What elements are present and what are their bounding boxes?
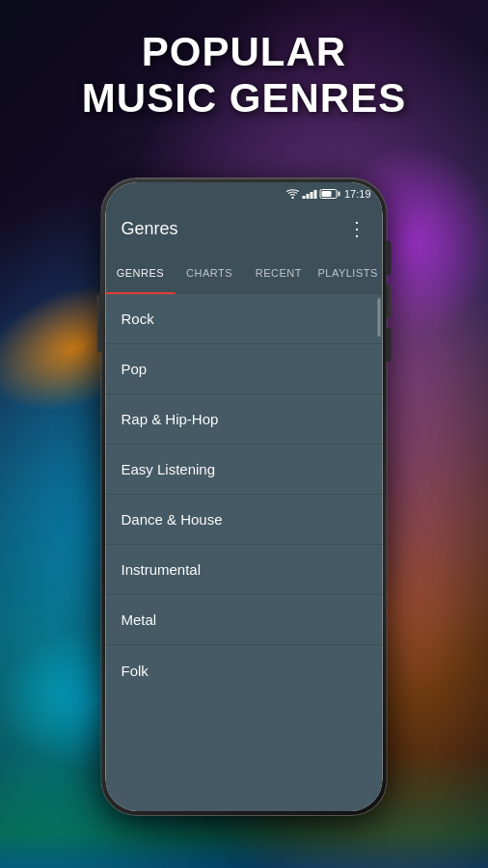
headline-line2: MUSIC GENRES	[0, 75, 488, 122]
tab-genres[interactable]: GENRES	[106, 252, 176, 294]
wifi-icon	[286, 189, 300, 199]
tab-charts[interactable]: CHARTS	[175, 252, 244, 294]
genre-item-easy-listening[interactable]: Easy Listening	[106, 445, 383, 495]
battery-icon	[320, 189, 338, 199]
headline-line1: POPULAR	[0, 29, 488, 75]
genre-item-metal[interactable]: Metal	[106, 595, 383, 645]
scroll-indicator	[378, 298, 381, 337]
tab-recent[interactable]: RECENT	[244, 252, 313, 294]
more-menu-button[interactable]: ⋮	[347, 217, 367, 240]
app-header: Genres ⋮	[106, 205, 383, 252]
signal-icon	[303, 189, 317, 199]
tab-bar: GENRES CHARTS RECENT PLAYLISTS	[106, 252, 383, 294]
genre-list: Rock Pop Rap & Hip-Hop Easy Listening Da…	[106, 294, 383, 811]
status-bar: 17:19	[106, 182, 383, 205]
genre-item-dance-house[interactable]: Dance & House	[106, 495, 383, 545]
phone-screen: 17:19 Genres ⋮ GENRES CHARTS	[106, 182, 383, 811]
tab-playlists[interactable]: PLAYLISTS	[313, 252, 383, 294]
app-content: Genres ⋮ GENRES CHARTS RECENT PLAYLIS	[106, 205, 383, 811]
headline: POPULAR MUSIC GENRES	[0, 29, 488, 122]
genre-item-pop[interactable]: Pop	[106, 344, 383, 394]
genre-item-rap[interactable]: Rap & Hip-Hop	[106, 394, 383, 445]
battery-fill	[322, 191, 332, 197]
phone-outer: 17:19 Genres ⋮ GENRES CHARTS	[102, 178, 387, 815]
phone-container: 17:19 Genres ⋮ GENRES CHARTS	[102, 178, 387, 815]
status-time: 17:19	[344, 188, 371, 200]
app-title: Genres	[122, 219, 178, 239]
genre-item-rock[interactable]: Rock	[106, 294, 383, 344]
status-icons: 17:19	[286, 188, 371, 200]
genre-item-folk[interactable]: Folk	[106, 645, 383, 695]
genre-item-instrumental[interactable]: Instrumental	[106, 545, 383, 595]
